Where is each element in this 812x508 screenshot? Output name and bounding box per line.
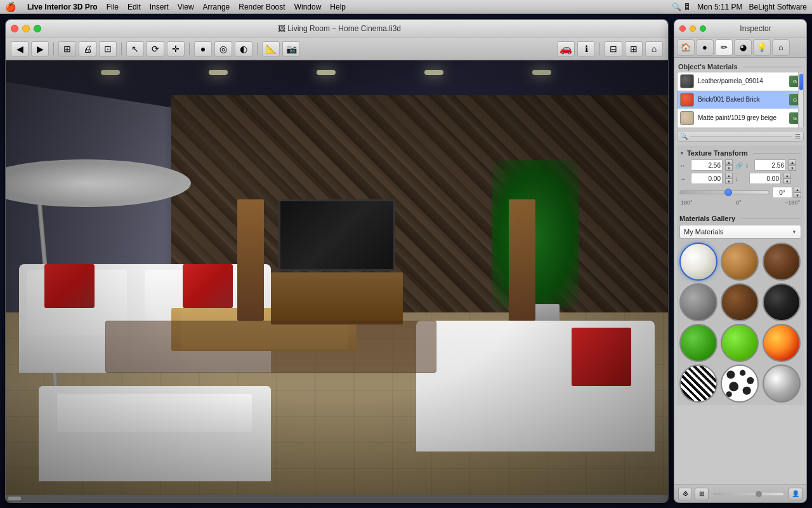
materials-gallery-dropdown[interactable]: My Materials ▼ <box>679 225 801 239</box>
angle-slider-thumb[interactable] <box>724 189 732 196</box>
rotate-tool[interactable]: ⟳ <box>147 41 164 57</box>
menubar-app-name[interactable]: Live Interior 3D Pro <box>27 3 98 11</box>
circle-tool[interactable]: ● <box>194 41 212 57</box>
pan-tool[interactable]: ◐ <box>235 41 252 57</box>
scale-x-stepper[interactable]: ▲ ▼ <box>725 159 733 171</box>
speaker-right <box>509 199 535 321</box>
inspector-tab-light[interactable]: 💡 <box>753 39 771 56</box>
close-button[interactable] <box>11 25 18 32</box>
menubar-view[interactable]: View <box>178 3 194 11</box>
inspector-tab-scene[interactable]: ⌂ <box>772 39 790 56</box>
menubar-render-boost[interactable]: Render Boost <box>239 3 285 11</box>
inspector-maximize[interactable] <box>700 25 706 32</box>
maximize-button[interactable] <box>34 25 41 32</box>
menubar-window[interactable]: Window <box>294 3 322 11</box>
material-ball-spots[interactable] <box>721 364 759 403</box>
footer-slider-thumb[interactable] <box>756 491 762 497</box>
dropdown-arrow-icon: ▼ <box>792 229 797 235</box>
inspector-tab-sphere[interactable]: ● <box>696 39 714 56</box>
menubar-arrange[interactable]: Arrange <box>203 3 230 11</box>
menubar-edit[interactable]: Edit <box>128 3 141 11</box>
scale-x-down[interactable]: ▼ <box>725 165 733 171</box>
material-ball-fire[interactable] <box>763 324 801 362</box>
footer-grid-button[interactable]: ⊞ <box>695 488 709 500</box>
offset-y-up[interactable]: ▲ <box>783 173 791 178</box>
car-icon-button[interactable]: 🚗 <box>557 41 575 57</box>
collapse-arrow[interactable]: ▼ <box>679 150 684 156</box>
select-tool[interactable]: ↖ <box>126 41 144 57</box>
footer-person-button[interactable]: 👤 <box>789 488 802 500</box>
offset-x-up[interactable]: ▲ <box>725 173 733 178</box>
material-ball-wood[interactable] <box>721 243 759 281</box>
angle-down[interactable]: ▼ <box>794 192 801 198</box>
scale-y-input[interactable]: 2.56 <box>754 159 786 171</box>
menubar-insert[interactable]: Insert <box>150 3 169 11</box>
tv-unit[interactable] <box>271 199 403 330</box>
material-ball-zebra[interactable] <box>679 364 717 403</box>
viewport[interactable] <box>6 60 668 495</box>
menubar-help[interactable]: Help <box>330 3 346 11</box>
footer-settings-button[interactable]: ⚙ <box>678 488 692 500</box>
ceiling-light-4 <box>424 70 443 75</box>
inspector-minimize[interactable] <box>690 25 696 32</box>
offset-y-down[interactable]: ▼ <box>783 178 791 184</box>
render-button[interactable]: 🖨 <box>79 41 96 57</box>
offset-x-stepper[interactable]: ▲ ▼ <box>725 173 733 184</box>
material-ball-black[interactable] <box>763 283 801 321</box>
toolbar-separator-1 <box>53 43 54 55</box>
material-ball-white[interactable] <box>679 243 717 281</box>
search-bar[interactable]: 🔍 ☰ <box>677 131 804 142</box>
footer-slider[interactable] <box>714 493 783 495</box>
material-ball-bright-green[interactable] <box>721 324 759 362</box>
scale-y-up[interactable]: ▲ <box>789 159 796 165</box>
scale-y-down[interactable]: ▼ <box>789 165 796 171</box>
inspector-close[interactable] <box>679 25 686 32</box>
inspector-tab-material[interactable]: ✏ <box>715 39 733 56</box>
ottoman-surface <box>57 394 252 432</box>
scale-x-up[interactable]: ▲ <box>725 159 733 165</box>
sofa-right[interactable] <box>416 321 655 451</box>
inspector-tab-texture[interactable]: ◕ <box>734 39 752 56</box>
nav-forward-button[interactable]: ▶ <box>31 41 49 57</box>
offset-x-input[interactable]: 0.00 <box>691 173 723 184</box>
offset-y-stepper[interactable]: ▲ ▼ <box>783 173 791 184</box>
minimize-button[interactable] <box>22 25 30 32</box>
floor-plan-button[interactable]: ⊞ <box>58 41 76 57</box>
view-3d-alt-button[interactable]: ⌂ <box>645 41 663 57</box>
material-ball-dark-wood[interactable] <box>763 243 801 281</box>
view-button[interactable]: ⊡ <box>99 41 117 57</box>
material-item-brick[interactable]: Brick/001 Baked Brick G <box>678 91 803 109</box>
scale-y-stepper[interactable]: ▲ ▼ <box>789 159 796 171</box>
section-divider <box>753 153 801 154</box>
offset-y-input[interactable]: 0.00 <box>749 173 781 184</box>
ottoman[interactable] <box>39 386 270 481</box>
material-ball-silver[interactable] <box>763 364 801 403</box>
view-iso-button[interactable]: ⊞ <box>625 41 643 57</box>
viewport-scrollbar[interactable] <box>6 495 668 502</box>
move-tool[interactable]: ✛ <box>167 41 185 57</box>
material-item-leather[interactable]: Leather/pamela_09014 G <box>678 72 803 91</box>
material-ball-brown[interactable] <box>721 283 759 321</box>
list-icon: ☰ <box>795 133 801 140</box>
angle-up[interactable]: ▲ <box>794 187 801 192</box>
measure-tool[interactable]: 📐 <box>262 41 280 57</box>
angle-stepper[interactable]: ▲ ▼ <box>794 187 801 198</box>
view-front-button[interactable]: ⊟ <box>605 41 622 57</box>
angle-slider-track[interactable] <box>679 190 769 194</box>
info-button[interactable]: ℹ <box>577 41 595 57</box>
inspector-tab-object[interactable]: 🏠 <box>677 39 695 56</box>
offset-x-down[interactable]: ▼ <box>725 178 733 184</box>
scale-x-input[interactable]: 2.56 <box>691 159 723 171</box>
material-item-matte[interactable]: Matte paint/1019 grey beige G <box>678 109 803 128</box>
material-ball-stone[interactable] <box>679 283 717 321</box>
camera-button[interactable]: 📷 <box>282 41 300 57</box>
view-3d-button[interactable]: ◎ <box>214 41 232 57</box>
link-icon[interactable]: 🔗 <box>735 162 743 169</box>
scrollbar-handle[interactable] <box>8 497 21 500</box>
materials-scrollbar[interactable] <box>798 72 803 128</box>
nav-back-button[interactable]: ◀ <box>11 41 29 57</box>
material-ball-green[interactable] <box>679 324 717 362</box>
apple-menu[interactable]: 🍎 <box>5 2 16 12</box>
menubar-file[interactable]: File <box>107 3 119 11</box>
angle-value-display[interactable]: 0° <box>772 187 792 198</box>
